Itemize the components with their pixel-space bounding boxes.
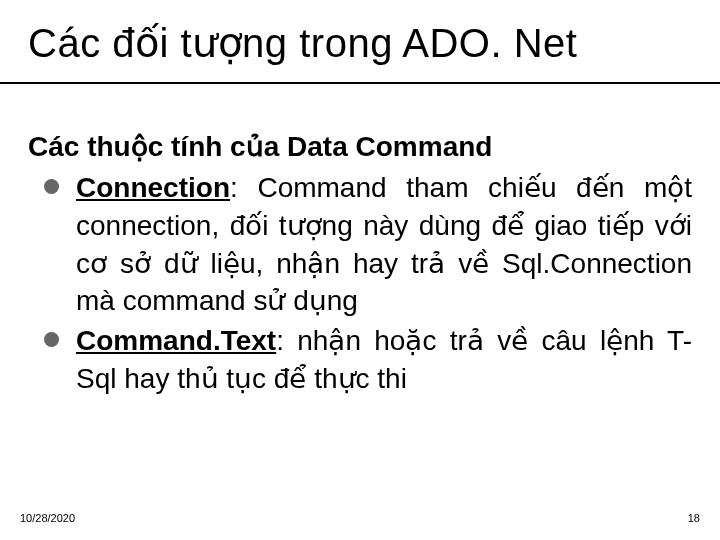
slide: Các đối tượng trong ADO. Net Các thuộc t…	[0, 0, 720, 540]
list-item: Connection: Command tham chiếu đến một c…	[28, 169, 692, 320]
list-item: Command.Text: nhận hoặc trả về câu lệnh …	[28, 322, 692, 398]
slide-title: Các đối tượng trong ADO. Net	[28, 20, 577, 66]
bullet-icon	[44, 332, 59, 347]
bullet-term: Command.Text	[76, 325, 276, 356]
footer-date: 10/28/2020	[20, 512, 75, 524]
page-number: 18	[688, 512, 700, 524]
bullet-sep: :	[276, 325, 297, 356]
slide-body: Các thuộc tính của Data Command Connecti…	[28, 130, 692, 400]
bullet-list: Connection: Command tham chiếu đến một c…	[28, 169, 692, 398]
bullet-term: Connection	[76, 172, 230, 203]
title-underline	[0, 82, 720, 84]
bullet-sep: :	[230, 172, 257, 203]
subheading: Các thuộc tính của Data Command	[28, 130, 692, 163]
bullet-icon	[44, 179, 59, 194]
